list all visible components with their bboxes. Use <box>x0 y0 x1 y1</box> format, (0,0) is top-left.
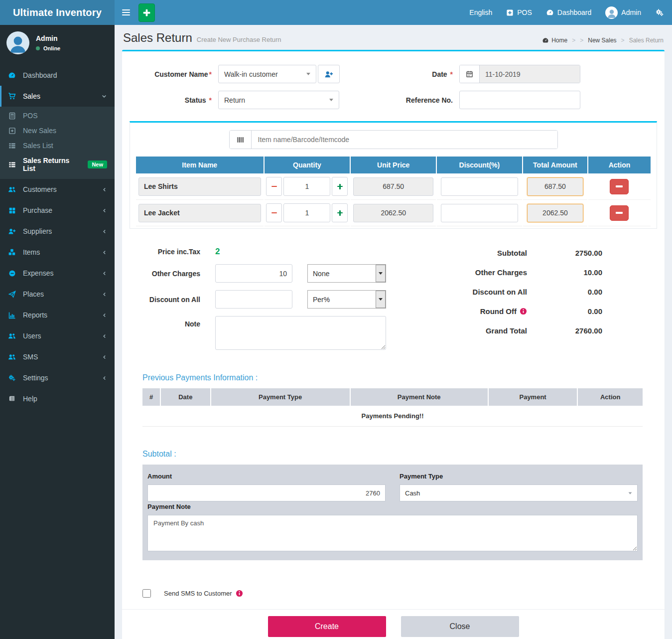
discount-on-all-input[interactable] <box>215 290 292 309</box>
sidebar-item-reports[interactable]: Reports <box>0 305 115 325</box>
sidebar-item-sales[interactable]: Sales <box>0 86 115 107</box>
sidebar-item-help[interactable]: Help <box>0 388 115 409</box>
action-buttons: Create Close <box>122 616 665 637</box>
date-value: 11-10-2019 <box>480 65 580 83</box>
breadcrumb-new-sales-link[interactable]: New Sales <box>588 37 616 44</box>
sms-row: Send SMS to Customer <box>142 589 665 598</box>
quantity-input[interactable] <box>283 203 330 222</box>
sidebar-item-new-sales[interactable]: New Sales <box>0 123 115 138</box>
sidebar-item-label: Sales List <box>23 142 53 150</box>
col-payment: Payment <box>488 388 578 406</box>
topbar: Ultimate Inventory English POS <box>0 0 672 25</box>
customer-label: Customer Name* <box>127 70 218 78</box>
breadcrumb-separator: > <box>621 37 625 44</box>
create-button[interactable]: Create <box>268 616 386 637</box>
dashboard-link[interactable]: Dashboard <box>546 8 592 16</box>
sidebar-item-dashboard[interactable]: Dashboard <box>0 65 115 86</box>
hamburger-icon <box>122 12 130 13</box>
discount-type-select[interactable]: Per% <box>307 290 386 309</box>
sidebar-item-items[interactable]: Items <box>0 242 115 263</box>
note-textarea[interactable] <box>215 316 386 350</box>
payment-subtotal-heading: Subtotal : <box>142 450 643 459</box>
content-inner: Sales Return Create New Purchase Return … <box>115 25 672 639</box>
increase-qty-button[interactable] <box>332 203 348 222</box>
sidebar-item-label: Items <box>23 248 40 256</box>
status-select[interactable]: Return <box>218 91 339 109</box>
discount-input[interactable] <box>441 204 518 222</box>
subtotal-label: Subtotal <box>452 249 527 257</box>
chevron-down-icon <box>101 93 107 99</box>
pos-label: POS <box>517 8 532 16</box>
customer-select[interactable]: Walk-in customer <box>218 65 316 83</box>
calculator-icon <box>7 112 16 120</box>
gears-icon <box>7 374 16 382</box>
quick-add-button[interactable] <box>138 3 155 22</box>
language-menu[interactable]: English <box>469 8 492 16</box>
info-icon[interactable] <box>236 590 243 597</box>
col-item-name: Item Name <box>136 157 264 173</box>
users-icon <box>7 332 16 340</box>
pos-link[interactable]: POS <box>506 8 532 16</box>
user-menu[interactable]: Admin <box>605 6 641 19</box>
grand-total-value: 2760.00 <box>527 326 602 335</box>
send-sms-checkbox[interactable] <box>142 589 151 598</box>
col-unit-price: Unit Price <box>351 157 436 173</box>
item-search-input[interactable] <box>252 131 557 149</box>
sidebar-item-sales-list[interactable]: Sales List <box>0 138 115 153</box>
chevron-left-icon <box>102 313 107 318</box>
discount-total-value: 0.00 <box>527 288 602 296</box>
sidebar-toggle-button[interactable] <box>115 0 137 25</box>
settings-menu[interactable] <box>655 8 664 17</box>
sidebar-item-expenses[interactable]: Expenses <box>0 263 115 284</box>
sidebar-item-users[interactable]: Users <box>0 325 115 346</box>
info-icon[interactable] <box>520 308 527 315</box>
add-customer-button[interactable] <box>318 65 340 83</box>
discount-total-row: Discount on All 0.00 <box>452 288 602 296</box>
remove-item-button[interactable] <box>610 205 629 221</box>
plus-icon <box>143 9 150 16</box>
sales-return-panel: Customer Name* Walk-in customer <box>122 50 665 639</box>
sidebar-item-suppliers[interactable]: Suppliers <box>0 221 115 242</box>
decrease-qty-button[interactable] <box>266 177 282 196</box>
reference-input[interactable] <box>459 91 580 109</box>
user-meta: Admin Online <box>36 34 60 51</box>
remove-item-button[interactable] <box>610 179 629 194</box>
round-off-row: Round Off 0.00 <box>452 307 602 316</box>
sidebar-item-customers[interactable]: Customers <box>0 179 115 200</box>
reference-label: Reference No. <box>403 96 459 104</box>
breadcrumb-separator: > <box>580 37 583 44</box>
increase-qty-button[interactable] <box>332 177 348 196</box>
quantity-input[interactable] <box>283 177 330 196</box>
app-logo[interactable]: Ultimate Inventory <box>0 0 115 25</box>
close-button[interactable]: Close <box>401 616 519 637</box>
sidebar-item-pos[interactable]: POS <box>0 108 115 123</box>
sidebar-item-label: Suppliers <box>23 227 52 235</box>
discount-on-all-label: Discount on All <box>142 296 200 304</box>
breadcrumb-home-link[interactable]: Home <box>542 37 567 44</box>
other-charges-type-select[interactable]: None <box>307 264 386 283</box>
sidebar-item-settings[interactable]: Settings <box>0 367 115 388</box>
plus-icon <box>337 184 343 189</box>
plus-icon <box>337 210 343 216</box>
col-payment-type: Payment Type <box>211 388 350 406</box>
discount-input[interactable] <box>441 177 518 196</box>
payment-type-select[interactable]: Cash <box>400 484 638 501</box>
date-input[interactable]: 11-10-2019 <box>459 65 580 83</box>
divider <box>122 609 665 610</box>
other-charges-input[interactable] <box>215 264 292 283</box>
decrease-qty-button[interactable] <box>266 203 282 222</box>
dashboard-label: Dashboard <box>557 8 592 16</box>
charges-form: Price inc.Tax 2 Other Charges None <box>142 247 386 357</box>
sidebar-item-places[interactable]: Places <box>0 284 115 305</box>
amount-input[interactable] <box>147 484 386 501</box>
user-label: Admin <box>621 8 641 16</box>
sidebar-item-sales-returns-list[interactable]: Sales Returns List New <box>0 153 115 176</box>
payment-note-textarea[interactable]: Payment By cash <box>147 515 638 551</box>
sidebar-item-sms[interactable]: SMS <box>0 346 115 367</box>
sidebar-item-purchase[interactable]: Purchase <box>0 200 115 221</box>
table-row: Lee Shirts 687.50 <box>136 173 651 200</box>
sidebar-menu: Dashboard Sales <box>0 65 115 409</box>
items-table-head: Item Name Quantity Unit Price Discount(%… <box>136 157 651 173</box>
grand-total-row: Grand Total 2760.00 <box>452 326 602 335</box>
other-charges-type-value: None <box>308 265 376 282</box>
